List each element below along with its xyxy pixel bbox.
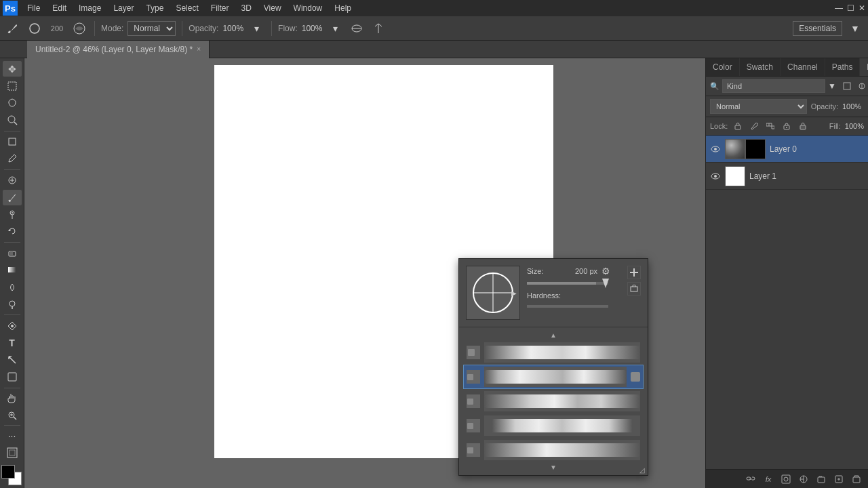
menu-3d[interactable]: 3D	[235, 2, 256, 14]
flow-value[interactable]: 100%	[302, 24, 323, 33]
eyedropper-tool[interactable]	[3, 150, 22, 166]
zoom-tool[interactable]	[3, 408, 22, 424]
workspace-icon[interactable]: ▼	[846, 20, 864, 37]
lock-pixels-icon[interactable]	[732, 120, 744, 132]
restore-button[interactable]: ☐	[847, 3, 854, 13]
layer-item-0[interactable]: Layer 0	[706, 136, 868, 163]
layers-search-input[interactable]	[722, 79, 825, 93]
document-tab[interactable]: Untitled-2 @ 46% (Layer 0, Layer Mask/8)…	[27, 41, 210, 58]
minimize-button[interactable]: —	[835, 3, 843, 13]
layers-filter-dropdown[interactable]: ▼	[828, 79, 836, 93]
hardness-slider[interactable]	[527, 305, 608, 308]
new-fill-adjust-icon[interactable]	[796, 472, 811, 487]
brush-item-4[interactable]	[463, 413, 644, 438]
brush-preview-arrow[interactable]: ▶	[511, 289, 517, 297]
healing-brush-tool[interactable]	[3, 172, 22, 188]
menu-select[interactable]: Select	[170, 2, 203, 14]
menu-help[interactable]: Help	[329, 2, 357, 14]
brush-tool-icon[interactable]	[4, 20, 22, 37]
brush-tool[interactable]	[3, 190, 22, 205]
tab-layers[interactable]: Layers	[860, 58, 868, 76]
close-button[interactable]: ✕	[859, 3, 865, 13]
menu-edit[interactable]: Edit	[47, 2, 72, 14]
layer-0-visibility[interactable]	[710, 144, 721, 155]
move-tool[interactable]: ✥	[3, 61, 22, 77]
shape-tool[interactable]	[3, 369, 22, 384]
foreground-color[interactable]	[1, 465, 15, 479]
brush-item-5[interactable]	[463, 438, 644, 462]
menu-file[interactable]: File	[22, 2, 45, 14]
opacity-value[interactable]: 100%	[842, 102, 864, 110]
new-layer-icon[interactable]	[831, 472, 846, 487]
fx-icon[interactable]: fx	[761, 472, 776, 487]
layer-1-visibility[interactable]	[710, 171, 721, 182]
tab-channel[interactable]: Channel	[781, 58, 825, 76]
dodge-tool[interactable]	[3, 296, 22, 312]
tab-paths[interactable]: Paths	[825, 58, 861, 76]
hand-tool[interactable]	[3, 390, 22, 406]
layers-panel: 🔍 ▼ T	[706, 77, 868, 488]
opacity-value[interactable]: 100%	[222, 24, 243, 33]
scroll-up-arrow[interactable]: ▲	[550, 331, 557, 339]
pen-tool[interactable]	[3, 318, 22, 333]
flow-toggle-icon[interactable]: ▾	[326, 20, 344, 37]
lasso-tool[interactable]	[3, 95, 22, 110]
eraser-tool[interactable]	[3, 245, 22, 261]
scroll-down-arrow[interactable]: ▼	[550, 464, 557, 471]
tab-swatch[interactable]: Swatch	[740, 58, 781, 76]
new-group-icon[interactable]	[814, 472, 829, 487]
blur-tool[interactable]	[3, 279, 22, 295]
extra-tools[interactable]: ···	[3, 428, 22, 443]
link-layers-icon[interactable]	[743, 472, 758, 487]
gradient-tool[interactable]	[3, 262, 22, 278]
brush-size-icon[interactable]	[26, 20, 43, 37]
symmetry-icon[interactable]	[370, 20, 387, 37]
lock-brush-icon[interactable]	[748, 120, 760, 132]
menu-layer[interactable]: Layer	[108, 2, 139, 14]
add-mask-icon[interactable]	[778, 472, 793, 487]
size-slider-thumb[interactable]	[602, 279, 609, 288]
popup-resize-handle[interactable]: ◿	[639, 466, 645, 474]
filter-adjust-icon[interactable]	[855, 79, 868, 93]
brush-settings-icon[interactable]: ⚙	[601, 266, 610, 277]
menu-filter[interactable]: Filter	[205, 2, 235, 14]
canvas-area[interactable]: ▶ Size: 200 px ⚙ Hardne	[24, 58, 705, 488]
menu-window[interactable]: Window	[288, 2, 328, 14]
blend-mode-select[interactable]: Normal Multiply Screen	[710, 99, 807, 114]
brush-shape-icon[interactable]	[71, 20, 88, 37]
brush-item-2[interactable]	[463, 365, 644, 389]
crop-tool[interactable]	[3, 134, 22, 149]
mode-select[interactable]: Normal Multiply Screen	[127, 21, 176, 36]
layer-item-1[interactable]: Layer 1	[706, 163, 868, 190]
quick-select-tool[interactable]	[3, 112, 22, 127]
frame-tool[interactable]	[3, 445, 22, 461]
lock-position-icon[interactable]	[764, 120, 776, 132]
new-brush-icon[interactable]	[627, 266, 641, 279]
opacity-toggle-icon[interactable]: ▾	[248, 20, 265, 37]
tab-color[interactable]: Color	[706, 58, 740, 76]
svg-point-17	[9, 301, 15, 306]
delete-layer-icon[interactable]	[849, 472, 864, 487]
brush-item-1[interactable]	[463, 340, 644, 365]
clone-stamp-tool[interactable]	[3, 207, 22, 222]
fill-value[interactable]: 100%	[845, 122, 864, 130]
airbrush-icon[interactable]	[348, 20, 366, 37]
type-tool[interactable]: T	[3, 335, 22, 350]
essentials-button[interactable]: Essentials	[793, 21, 842, 36]
history-brush-tool[interactable]	[3, 224, 22, 239]
lock-artboard-icon[interactable]	[781, 120, 793, 132]
main-area: ✥	[0, 58, 868, 488]
size-slider[interactable]	[527, 282, 608, 285]
lock-all-icon[interactable]	[797, 120, 809, 132]
select-rect-tool[interactable]	[3, 78, 22, 94]
tab-close-icon[interactable]: ×	[197, 45, 201, 53]
menu-view[interactable]: View	[258, 2, 287, 14]
hardness-slider-container[interactable]	[527, 305, 620, 308]
brush-item-3[interactable]	[463, 389, 644, 413]
add-to-group-icon[interactable]	[627, 282, 641, 296]
menu-type[interactable]: Type	[140, 2, 169, 14]
filter-pixel-icon[interactable]	[840, 79, 854, 93]
menu-image[interactable]: Image	[73, 2, 106, 14]
path-select-tool[interactable]	[3, 352, 22, 367]
size-slider-container[interactable]	[527, 282, 620, 285]
